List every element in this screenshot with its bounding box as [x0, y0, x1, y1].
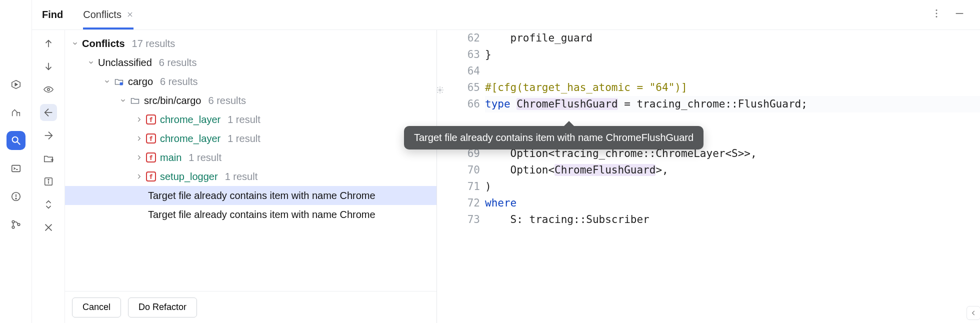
tree-usage[interactable]: Target file already contains item with n…	[65, 205, 436, 224]
tree-item-label: chrome_layer	[160, 133, 220, 144]
build-icon[interactable]	[6, 103, 26, 122]
show-read-icon[interactable]	[40, 104, 57, 121]
folder-icon	[130, 96, 140, 106]
chevron-right-icon[interactable]	[134, 135, 144, 142]
do-refactor-button[interactable]: Do Refactor	[128, 298, 197, 318]
split-body: Conflicts 17 results Unclassified 6 resu…	[32, 30, 980, 323]
svg-line-3	[17, 142, 20, 145]
kebab-icon[interactable]	[931, 8, 942, 22]
minimize-icon[interactable]	[954, 8, 965, 22]
problems-icon[interactable]	[6, 187, 26, 206]
svg-rect-4	[12, 166, 20, 172]
next-occurrence-icon[interactable]	[40, 58, 57, 75]
function-icon: f	[146, 134, 156, 144]
svg-rect-30	[120, 82, 123, 86]
chevron-left-icon[interactable]	[966, 306, 980, 320]
code-editor[interactable]: 62636465666970717273 profile_guard} #[cf…	[437, 30, 980, 323]
svg-point-31	[439, 89, 441, 91]
function-icon: f	[146, 172, 156, 182]
main: Find Conflicts	[32, 0, 980, 323]
chevron-down-icon[interactable]	[102, 78, 112, 85]
tab-conflicts[interactable]: Conflicts	[83, 9, 134, 30]
tree-module-cargo[interactable]: cargo 6 results	[65, 72, 436, 91]
function-icon: f	[146, 152, 156, 162]
chevron-right-icon[interactable]	[134, 154, 144, 161]
svg-point-14	[936, 10, 938, 11]
tree-item-count: 1 result	[228, 133, 260, 144]
svg-point-8	[16, 198, 16, 199]
tree-toolbar	[32, 30, 65, 323]
tab-find[interactable]: Find	[42, 9, 63, 30]
svg-point-15	[936, 13, 938, 14]
chevron-down-icon[interactable]	[70, 40, 80, 47]
search-icon[interactable]	[6, 131, 26, 150]
tree-item-label: main	[160, 152, 182, 164]
tree-item-count: 1 result	[188, 152, 222, 164]
editor-gutter: 62636465666970717273	[437, 30, 485, 323]
error-tooltip: Target file already contains item with n…	[404, 126, 704, 150]
show-write-icon[interactable]	[40, 127, 57, 144]
function-icon: f	[146, 114, 156, 124]
tree-item-function[interactable]: fchrome_layer1 result	[65, 110, 436, 129]
editor-code[interactable]: profile_guard} #[cfg(target_has_atomic =…	[485, 30, 980, 323]
new-folder-icon[interactable]	[40, 150, 57, 167]
tree-usage[interactable]: Target file already contains item with n…	[65, 186, 436, 205]
info-icon[interactable]	[40, 173, 57, 190]
svg-point-16	[936, 16, 938, 18]
chevron-right-icon[interactable]	[134, 116, 144, 123]
tree-item-count: 1 result	[228, 114, 260, 126]
tree-item-label: chrome_layer	[160, 114, 220, 126]
toolwindow-tabs: Find Conflicts	[32, 0, 980, 30]
svg-marker-1	[15, 83, 18, 86]
svg-point-2	[12, 137, 18, 142]
close-icon[interactable]	[126, 9, 134, 20]
cancel-button[interactable]: Cancel	[72, 298, 121, 318]
conflicts-panel: Conflicts 17 results Unclassified 6 resu…	[32, 30, 437, 323]
tree-item-count: 1 result	[225, 171, 258, 182]
activity-bar	[0, 0, 32, 323]
chevron-down-icon[interactable]	[118, 97, 128, 104]
module-icon	[114, 76, 124, 86]
terminal-icon[interactable]	[6, 159, 26, 178]
conflicts-footer: Cancel Do Refactor	[65, 291, 436, 323]
tree-item-function[interactable]: fchrome_layer1 result	[65, 129, 436, 148]
svg-point-20	[47, 88, 50, 91]
tree-dir-srcbincargo[interactable]: src/bin/cargo 6 results	[65, 91, 436, 110]
tree-root[interactable]: Conflicts 17 results	[65, 34, 436, 53]
conflicts-tree[interactable]: Conflicts 17 results Unclassified 6 resu…	[65, 30, 436, 291]
vcs-icon[interactable]	[6, 215, 26, 234]
tree-group-unclassified[interactable]: Unclassified 6 results	[65, 53, 436, 72]
tree-item-function[interactable]: fsetup_logger1 result	[65, 167, 436, 186]
chevron-down-icon[interactable]	[86, 59, 96, 66]
chevron-right-icon[interactable]	[134, 173, 144, 180]
run-icon[interactable]	[6, 75, 26, 94]
tree-item-label: setup_logger	[160, 171, 218, 182]
tree-item-function[interactable]: fmain1 result	[65, 148, 436, 167]
preview-icon[interactable]	[40, 81, 57, 98]
prev-occurrence-icon[interactable]	[40, 35, 57, 52]
svg-point-10	[12, 226, 14, 228]
svg-point-9	[12, 220, 14, 223]
dismiss-icon[interactable]	[40, 219, 57, 236]
expand-collapse-icon[interactable]	[40, 196, 57, 213]
svg-point-27	[48, 179, 49, 180]
